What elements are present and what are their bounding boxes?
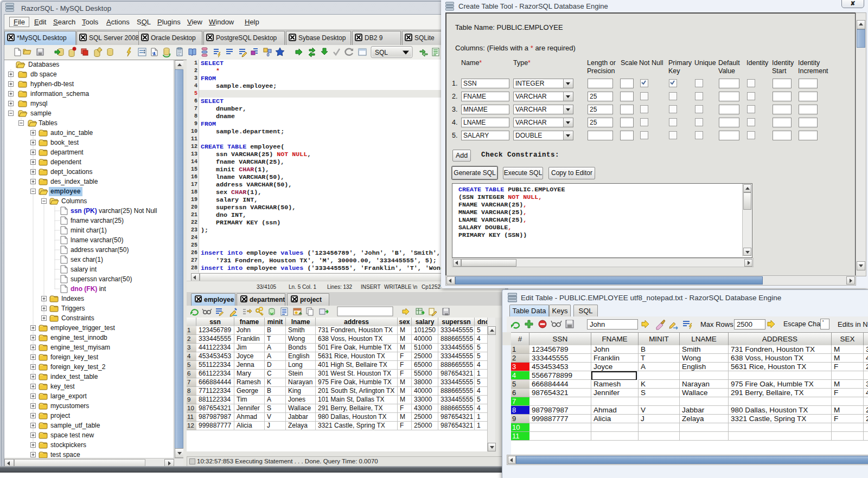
svg-text:Columns: Columns: [61, 197, 87, 205]
svg-text:foreign_key_test_2: foreign_key_test_2: [50, 363, 106, 371]
svg-text:dependent: dependent: [50, 158, 81, 166]
svg-text:0: 0: [266, 52, 269, 57]
svg-text:dept_locations: dept_locations: [50, 168, 92, 176]
svg-text:mycustomers: mycustomers: [50, 402, 89, 410]
svg-text:Constraints: Constraints: [61, 314, 94, 322]
svg-text:information_schema: information_schema: [30, 90, 89, 98]
svg-text:minit char(1): minit char(1): [71, 227, 107, 234]
svg-text:project: project: [50, 412, 71, 419]
svg-text:SQL: SQL: [375, 49, 388, 56]
svg-text:department: department: [50, 148, 84, 156]
svg-text:large_export: large_export: [50, 392, 87, 400]
svg-text:salary int: salary int: [71, 266, 97, 273]
svg-text:des_index_table: des_index_table: [50, 178, 98, 185]
svg-text:engine_test_innodb: engine_test_innodb: [50, 334, 107, 341]
svg-text:address varchar(50): address varchar(50): [71, 246, 129, 254]
svg-text:sample: sample: [30, 109, 52, 117]
svg-text:fname varchar(25): fname varchar(25): [71, 217, 124, 224]
svg-text:lname varchar(50): lname varchar(50): [71, 236, 123, 244]
svg-text:mysql: mysql: [30, 100, 47, 107]
svg-text:employee_trigger_test: employee_trigger_test: [50, 324, 115, 332]
svg-text:foreign_key_test: foreign_key_test: [50, 353, 99, 361]
svg-text:book_test: book_test: [50, 139, 79, 146]
svg-text:auto_inc_table: auto_inc_table: [50, 129, 93, 137]
svg-text:ssn (PK) varchar(25) Not Null: ssn (PK) varchar(25) Not Null: [71, 207, 157, 215]
svg-text:Tables: Tables: [39, 119, 58, 127]
svg-text:Indexes: Indexes: [61, 295, 84, 302]
svg-text:dno (FK) int: dno (FK) int: [71, 285, 106, 293]
svg-text:space test new: space test new: [50, 431, 94, 439]
svg-text:sex char(1): sex char(1): [71, 256, 103, 263]
svg-text:Triggers: Triggers: [61, 305, 85, 312]
svg-text:hyphen-db-test: hyphen-db-test: [30, 80, 74, 88]
svg-text:engine_test_myisam: engine_test_myisam: [50, 344, 110, 351]
svg-text:test space: test space: [50, 451, 80, 458]
svg-text:employee: employee: [50, 188, 81, 195]
svg-text:Databases: Databases: [28, 61, 59, 68]
svg-text:key_test: key_test: [50, 383, 75, 390]
svg-text:sample_utf_table: sample_utf_table: [50, 422, 100, 429]
svg-text:db space: db space: [30, 70, 57, 78]
svg-text:superssn varchar(50): superssn varchar(50): [71, 275, 132, 283]
svg-text:stockpickers: stockpickers: [50, 441, 86, 449]
svg-text:index_test_table: index_test_table: [50, 373, 98, 380]
